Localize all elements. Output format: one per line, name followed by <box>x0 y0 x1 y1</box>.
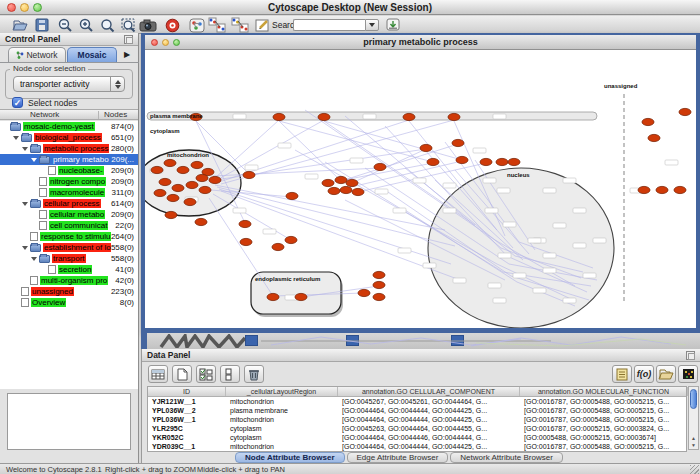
network-node[interactable] <box>358 289 370 296</box>
minimize-window-icon[interactable] <box>20 3 29 12</box>
network-node[interactable] <box>456 156 468 163</box>
network-node[interactable] <box>496 158 508 165</box>
network-node[interactable] <box>508 158 520 165</box>
network-node[interactable] <box>638 186 650 193</box>
network-node[interactable] <box>448 113 460 120</box>
zoom-view-icon[interactable] <box>173 39 180 46</box>
open-session-button[interactable] <box>11 17 29 33</box>
network-node[interactable] <box>335 176 347 183</box>
snapshot-button[interactable] <box>139 17 157 33</box>
expand-arrow-icon[interactable] <box>22 147 28 151</box>
tree-item[interactable]: response to stimulu264(0) <box>0 231 138 242</box>
table-row[interactable]: YKR052Ccytoplasm[GO:0044464, GO:0044446,… <box>148 433 686 442</box>
network-node[interactable] <box>679 108 691 115</box>
zoom-out-button[interactable] <box>56 17 74 33</box>
zoom-window-icon[interactable] <box>33 3 42 12</box>
network-node[interactable] <box>243 171 255 178</box>
network-node[interactable] <box>328 187 340 194</box>
apply-layout-button-2[interactable] <box>231 17 249 33</box>
tree-item[interactable]: cellular process614(0) <box>0 198 138 209</box>
network-node[interactable] <box>642 118 654 125</box>
network-node[interactable] <box>196 174 208 181</box>
table-row[interactable]: YJR121W__1mitochondrion[GO:0045267, GO:0… <box>148 397 686 406</box>
tree-item[interactable]: unassigned223(0) <box>0 286 138 297</box>
tree-item[interactable]: macromolecule311(0) <box>0 187 138 198</box>
network-node[interactable] <box>648 134 660 141</box>
network-node[interactable] <box>184 198 196 205</box>
node-color-dropdown[interactable]: transporter activity <box>13 76 125 92</box>
network-node[interactable] <box>352 188 364 195</box>
network-node[interactable] <box>322 179 334 186</box>
table-column-header[interactable]: annotation.GO CELLULAR_COMPONENT <box>338 387 520 396</box>
expand-arrow-icon[interactable] <box>22 246 28 250</box>
network-node[interactable] <box>239 220 251 227</box>
tab-overflow-button[interactable]: ▶ <box>124 50 130 59</box>
table-column-header[interactable]: annotation.GO MOLECULAR_FUNCTION <box>520 387 688 396</box>
close-window-icon[interactable] <box>7 3 16 12</box>
network-node[interactable] <box>209 176 221 183</box>
search-dropdown-icon[interactable] <box>365 19 379 31</box>
zoom-selected-button[interactable] <box>119 17 137 33</box>
network-node[interactable] <box>286 192 298 199</box>
new-attribute-button[interactable] <box>172 365 192 383</box>
network-node[interactable] <box>373 271 385 278</box>
network-node[interactable] <box>420 144 432 151</box>
tab-network-attribute-browser[interactable]: Network Attribute Browser <box>450 452 562 463</box>
show-columns-button[interactable] <box>148 365 168 383</box>
network-node[interactable] <box>195 218 207 225</box>
network-canvas[interactable]: plasma membranecytoplasmmitochondrionnuc… <box>145 50 696 328</box>
network-node[interactable] <box>373 281 385 288</box>
expand-arrow-icon[interactable] <box>31 158 37 162</box>
tree-item[interactable]: metabolic process280(0) <box>0 143 138 154</box>
network-node[interactable] <box>167 194 179 201</box>
search-input[interactable] <box>293 19 365 31</box>
table-column-header[interactable]: _cellularLayoutRegion <box>226 387 338 396</box>
network-node[interactable] <box>172 184 184 191</box>
network-node[interactable] <box>674 186 686 193</box>
network-node[interactable] <box>318 113 330 120</box>
tree-item[interactable]: mosaic-demo-yeast874(0) <box>0 121 138 132</box>
scroll-up-icon[interactable]: ▲ <box>690 435 697 441</box>
network-node[interactable] <box>191 161 203 168</box>
network-node[interactable] <box>374 163 386 170</box>
tree-item[interactable]: nucleobase-209(0) <box>0 165 138 176</box>
expand-arrow-icon[interactable] <box>22 202 28 206</box>
expand-arrow-icon[interactable] <box>13 136 19 140</box>
tree-item[interactable]: establishment of lo558(0) <box>0 242 138 253</box>
scroll-down-icon[interactable]: ▼ <box>690 442 697 448</box>
network-node[interactable] <box>177 166 189 173</box>
delete-attribute-button[interactable] <box>244 365 264 383</box>
tree-item[interactable]: cellular metabo209(0) <box>0 209 138 220</box>
function-builder-button[interactable]: f(o) <box>634 365 654 383</box>
network-node[interactable] <box>285 236 297 243</box>
network-node[interactable] <box>295 293 307 300</box>
table-row[interactable]: YDR039C__1mitochondrion[GO:0044464, GO:0… <box>148 442 686 451</box>
close-view-icon[interactable] <box>151 39 158 46</box>
save-session-button[interactable] <box>33 17 51 33</box>
network-node[interactable] <box>164 159 176 166</box>
tab-network[interactable]: Network <box>8 47 66 62</box>
attribute-list-button[interactable] <box>612 365 632 383</box>
help-button[interactable] <box>163 17 181 33</box>
network-node[interactable] <box>186 181 198 188</box>
table-row[interactable]: YPL036W__1mitochondrion[GO:0044464, GO:0… <box>148 415 686 424</box>
network-node[interactable] <box>159 178 171 185</box>
network-node[interactable] <box>273 113 285 120</box>
network-node[interactable] <box>346 179 358 186</box>
network-node[interactable] <box>199 186 211 193</box>
network-node[interactable] <box>240 238 252 245</box>
tree-item[interactable]: secretion41(0) <box>0 264 138 275</box>
network-node[interactable] <box>340 186 352 193</box>
scrollbar-thumb[interactable] <box>690 389 697 409</box>
tab-edge-attribute-browser[interactable]: Edge Attribute Browser <box>347 452 449 463</box>
import-attributes-button[interactable] <box>656 365 676 383</box>
tree-item[interactable]: Overview8(0) <box>0 297 138 308</box>
network-node[interactable] <box>151 166 163 173</box>
table-column-header[interactable]: ID <box>148 387 226 396</box>
tree-item[interactable]: multi-organism pro42(0) <box>0 275 138 286</box>
expand-arrow-icon[interactable] <box>31 257 37 261</box>
plugin-manager-button[interactable] <box>384 17 402 33</box>
float-panel-icon[interactable] <box>124 35 133 44</box>
zoom-in-button[interactable] <box>77 17 95 33</box>
vizmapper-button[interactable] <box>188 17 206 33</box>
